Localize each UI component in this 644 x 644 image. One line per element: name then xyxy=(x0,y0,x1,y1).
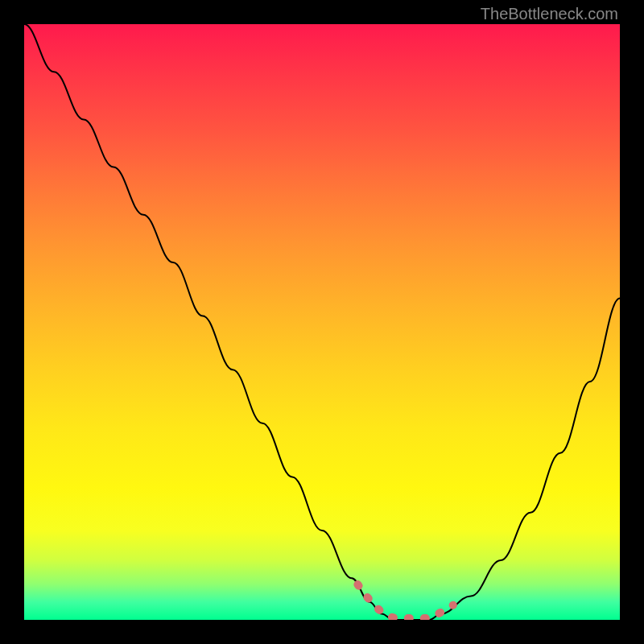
optimal-range-marker xyxy=(357,584,452,618)
curve-svg xyxy=(24,24,620,620)
chart-container: TheBottleneck.com xyxy=(0,0,644,644)
plot-area xyxy=(24,24,620,620)
watermark-text: TheBottleneck.com xyxy=(481,5,618,23)
bottleneck-curve xyxy=(24,24,620,620)
